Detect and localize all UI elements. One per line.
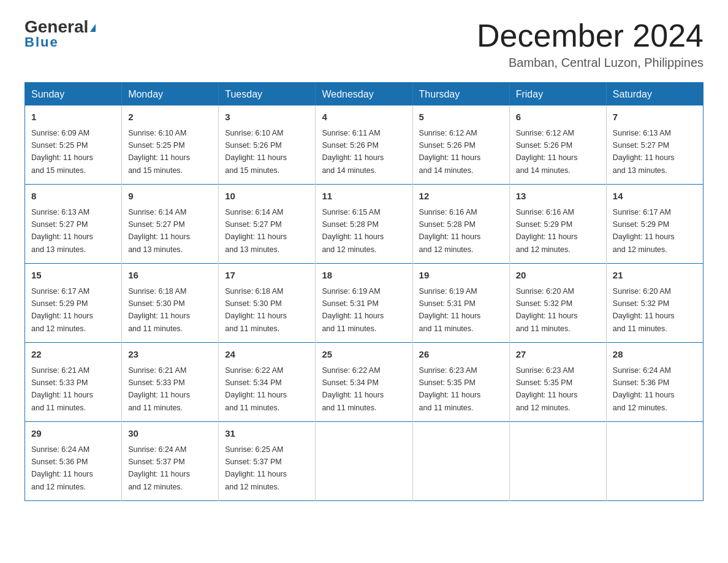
- weekday-header-monday: Monday: [122, 83, 219, 105]
- calendar-cell: [606, 422, 703, 501]
- day-number: 18: [322, 269, 406, 283]
- calendar-cell: 23Sunrise: 6:21 AMSunset: 5:33 PMDayligh…: [122, 343, 219, 422]
- weekday-header-thursday: Thursday: [412, 83, 509, 105]
- weekday-header-sunday: Sunday: [25, 83, 122, 105]
- calendar-cell: 17Sunrise: 6:18 AMSunset: 5:30 PMDayligh…: [219, 264, 316, 343]
- calendar-cell: 3Sunrise: 6:10 AMSunset: 5:26 PMDaylight…: [219, 105, 316, 185]
- day-number: 2: [128, 110, 212, 124]
- calendar-cell: 31Sunrise: 6:25 AMSunset: 5:37 PMDayligh…: [219, 422, 316, 501]
- calendar-cell: 16Sunrise: 6:18 AMSunset: 5:30 PMDayligh…: [122, 264, 219, 343]
- calendar-cell: 13Sunrise: 6:16 AMSunset: 5:29 PMDayligh…: [509, 185, 606, 264]
- day-number: 16: [128, 269, 212, 283]
- calendar-cell: 5Sunrise: 6:12 AMSunset: 5:26 PMDaylight…: [412, 105, 509, 185]
- day-info: Sunrise: 6:16 AMSunset: 5:28 PMDaylight:…: [419, 208, 481, 254]
- day-number: 28: [613, 348, 697, 362]
- calendar-cell: 12Sunrise: 6:16 AMSunset: 5:28 PMDayligh…: [412, 185, 509, 264]
- calendar-cell: 2Sunrise: 6:10 AMSunset: 5:25 PMDaylight…: [122, 105, 219, 185]
- day-info: Sunrise: 6:18 AMSunset: 5:30 PMDaylight:…: [128, 287, 190, 333]
- day-info: Sunrise: 6:13 AMSunset: 5:27 PMDaylight:…: [613, 129, 675, 175]
- calendar-cell: 1Sunrise: 6:09 AMSunset: 5:25 PMDaylight…: [25, 105, 122, 185]
- day-number: 7: [613, 110, 697, 124]
- calendar-cell: 19Sunrise: 6:19 AMSunset: 5:31 PMDayligh…: [412, 264, 509, 343]
- day-info: Sunrise: 6:12 AMSunset: 5:26 PMDaylight:…: [419, 129, 481, 175]
- day-number: 15: [31, 269, 115, 283]
- day-info: Sunrise: 6:22 AMSunset: 5:34 PMDaylight:…: [225, 366, 287, 412]
- calendar-cell: [316, 422, 412, 501]
- logo-general-text: General: [25, 18, 96, 36]
- weekday-header-friday: Friday: [509, 83, 606, 105]
- calendar-table: SundayMondayTuesdayWednesdayThursdayFrid…: [25, 82, 703, 501]
- day-info: Sunrise: 6:09 AMSunset: 5:25 PMDaylight:…: [31, 129, 93, 175]
- day-info: Sunrise: 6:17 AMSunset: 5:29 PMDaylight:…: [31, 287, 93, 333]
- day-info: Sunrise: 6:10 AMSunset: 5:26 PMDaylight:…: [225, 129, 287, 175]
- calendar-cell: 4Sunrise: 6:11 AMSunset: 5:26 PMDaylight…: [316, 105, 412, 185]
- logo: General Blue: [25, 18, 96, 50]
- calendar-cell: 15Sunrise: 6:17 AMSunset: 5:29 PMDayligh…: [25, 264, 122, 343]
- weekday-header-row: SundayMondayTuesdayWednesdayThursdayFrid…: [25, 83, 703, 105]
- day-info: Sunrise: 6:22 AMSunset: 5:34 PMDaylight:…: [322, 366, 384, 412]
- day-number: 25: [322, 348, 406, 362]
- calendar-cell: 8Sunrise: 6:13 AMSunset: 5:27 PMDaylight…: [25, 185, 122, 264]
- day-number: 5: [419, 110, 503, 124]
- calendar-cell: [509, 422, 606, 501]
- calendar-cell: [412, 422, 509, 501]
- calendar-cell: 27Sunrise: 6:23 AMSunset: 5:35 PMDayligh…: [509, 343, 606, 422]
- day-info: Sunrise: 6:25 AMSunset: 5:37 PMDaylight:…: [225, 445, 287, 491]
- day-info: Sunrise: 6:20 AMSunset: 5:32 PMDaylight:…: [613, 287, 675, 333]
- day-number: 19: [419, 269, 503, 283]
- day-number: 10: [225, 190, 309, 204]
- title-block: December 2024 Bamban, Central Luzon, Phi…: [477, 18, 703, 70]
- calendar-week-row: 15Sunrise: 6:17 AMSunset: 5:29 PMDayligh…: [25, 264, 703, 343]
- calendar-week-row: 22Sunrise: 6:21 AMSunset: 5:33 PMDayligh…: [25, 343, 703, 422]
- day-info: Sunrise: 6:11 AMSunset: 5:26 PMDaylight:…: [322, 129, 384, 175]
- day-info: Sunrise: 6:10 AMSunset: 5:25 PMDaylight:…: [128, 129, 190, 175]
- month-title: December 2024: [477, 18, 703, 53]
- day-number: 23: [128, 348, 212, 362]
- calendar-cell: 25Sunrise: 6:22 AMSunset: 5:34 PMDayligh…: [316, 343, 412, 422]
- calendar-cell: 21Sunrise: 6:20 AMSunset: 5:32 PMDayligh…: [606, 264, 703, 343]
- day-number: 8: [31, 190, 115, 204]
- day-info: Sunrise: 6:13 AMSunset: 5:27 PMDaylight:…: [31, 208, 93, 254]
- day-number: 22: [31, 348, 115, 362]
- day-info: Sunrise: 6:20 AMSunset: 5:32 PMDaylight:…: [516, 287, 578, 333]
- day-info: Sunrise: 6:15 AMSunset: 5:28 PMDaylight:…: [322, 208, 384, 254]
- logo-blue-text: Blue: [25, 34, 59, 50]
- day-number: 17: [225, 269, 309, 283]
- day-number: 3: [225, 110, 309, 124]
- calendar-cell: 9Sunrise: 6:14 AMSunset: 5:27 PMDaylight…: [122, 185, 219, 264]
- calendar-cell: 24Sunrise: 6:22 AMSunset: 5:34 PMDayligh…: [219, 343, 316, 422]
- calendar-week-row: 1Sunrise: 6:09 AMSunset: 5:25 PMDaylight…: [25, 105, 703, 185]
- day-number: 9: [128, 190, 212, 204]
- calendar-cell: 11Sunrise: 6:15 AMSunset: 5:28 PMDayligh…: [316, 185, 412, 264]
- calendar-week-row: 8Sunrise: 6:13 AMSunset: 5:27 PMDaylight…: [25, 185, 703, 264]
- day-info: Sunrise: 6:24 AMSunset: 5:36 PMDaylight:…: [31, 445, 93, 491]
- day-number: 4: [322, 110, 406, 124]
- day-info: Sunrise: 6:23 AMSunset: 5:35 PMDaylight:…: [516, 366, 578, 412]
- calendar-cell: 30Sunrise: 6:24 AMSunset: 5:37 PMDayligh…: [122, 422, 219, 501]
- calendar-cell: 18Sunrise: 6:19 AMSunset: 5:31 PMDayligh…: [316, 264, 412, 343]
- day-number: 31: [225, 427, 309, 441]
- day-info: Sunrise: 6:21 AMSunset: 5:33 PMDaylight:…: [128, 366, 190, 412]
- day-info: Sunrise: 6:14 AMSunset: 5:27 PMDaylight:…: [128, 208, 190, 254]
- day-number: 20: [516, 269, 600, 283]
- calendar-cell: 29Sunrise: 6:24 AMSunset: 5:36 PMDayligh…: [25, 422, 122, 501]
- day-number: 29: [31, 427, 115, 441]
- day-number: 21: [613, 269, 697, 283]
- day-number: 30: [128, 427, 212, 441]
- calendar-cell: 20Sunrise: 6:20 AMSunset: 5:32 PMDayligh…: [509, 264, 606, 343]
- day-info: Sunrise: 6:24 AMSunset: 5:37 PMDaylight:…: [128, 445, 190, 491]
- calendar-week-row: 29Sunrise: 6:24 AMSunset: 5:36 PMDayligh…: [25, 422, 703, 501]
- day-info: Sunrise: 6:12 AMSunset: 5:26 PMDaylight:…: [516, 129, 578, 175]
- day-info: Sunrise: 6:21 AMSunset: 5:33 PMDaylight:…: [31, 366, 93, 412]
- day-info: Sunrise: 6:16 AMSunset: 5:29 PMDaylight:…: [516, 208, 578, 254]
- calendar-cell: 26Sunrise: 6:23 AMSunset: 5:35 PMDayligh…: [412, 343, 509, 422]
- weekday-header-tuesday: Tuesday: [219, 83, 316, 105]
- page-header: General Blue December 2024 Bamban, Centr…: [25, 18, 703, 70]
- calendar-cell: 14Sunrise: 6:17 AMSunset: 5:29 PMDayligh…: [606, 185, 703, 264]
- calendar-cell: 28Sunrise: 6:24 AMSunset: 5:36 PMDayligh…: [606, 343, 703, 422]
- day-number: 11: [322, 190, 406, 204]
- calendar-cell: 6Sunrise: 6:12 AMSunset: 5:26 PMDaylight…: [509, 105, 606, 185]
- day-info: Sunrise: 6:19 AMSunset: 5:31 PMDaylight:…: [322, 287, 384, 333]
- calendar-cell: 22Sunrise: 6:21 AMSunset: 5:33 PMDayligh…: [25, 343, 122, 422]
- day-number: 12: [419, 190, 503, 204]
